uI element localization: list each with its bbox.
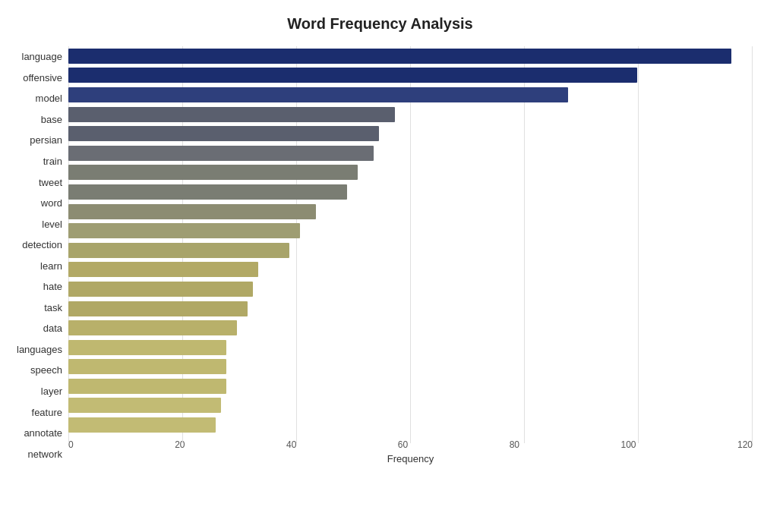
y-axis-label: persian [30,131,62,150]
bar [68,165,358,180]
bars-wrapper [68,46,753,435]
bar [68,417,216,433]
bar [68,204,316,219]
y-axis-label: hate [43,277,62,297]
bar [68,320,237,335]
x-axis-labels: 020406080100120 [68,439,753,450]
x-axis-tick: 80 [510,439,519,450]
bar-row [68,416,753,434]
y-axis-label: speech [30,360,62,380]
y-axis-label: offensive [23,68,62,87]
bar-row [68,47,753,65]
x-axis-tick: 120 [737,439,753,450]
bar [68,398,221,413]
y-axis-label: detection [22,235,62,255]
y-axis-label: model [36,89,62,109]
bar-row [68,124,753,143]
bar-row [68,144,753,162]
bar-row [68,396,753,414]
bar-row [68,183,753,201]
bar [68,126,379,141]
bar [68,340,226,355]
bar [68,87,568,102]
bar-row [68,338,753,357]
bar [68,301,248,316]
y-axis-label: learn [40,256,62,275]
bar-row [68,66,753,84]
y-axis-label: train [43,152,62,172]
y-axis-label: feature [32,402,62,422]
y-axis-label: layer [41,382,62,401]
bar-row [68,203,753,221]
bar-row [68,105,753,124]
chart-area: languageoffensivemodelbasepersiantraintw… [8,46,753,464]
y-axis-label: network [27,444,62,464]
x-axis-tick: 60 [398,439,408,450]
bar-row [68,300,753,318]
bar [68,107,395,122]
bar [68,49,731,64]
y-axis-label: base [41,109,62,129]
y-axis-label: languages [17,339,62,359]
bar [68,359,226,374]
bar [68,68,637,83]
bar [68,146,374,161]
bar-row [68,280,753,298]
bar [68,243,289,258]
bar [68,282,253,297]
chart-title: Word Frequency Analysis [8,15,753,33]
bar-row [68,357,753,376]
x-axis-tick: 40 [286,439,296,450]
bar-row [68,377,753,395]
x-axis-title: Frequency [68,453,753,464]
x-axis-tick: 0 [68,439,74,450]
y-axis-label: word [41,194,62,213]
x-axis-tick: 100 [620,439,636,450]
y-axis: languageoffensivemodelbasepersiantraintw… [8,46,68,464]
bar [68,379,226,394]
bar [68,262,258,277]
bar-row [68,163,753,181]
bar-row [68,86,753,104]
bar-row [68,319,753,337]
y-axis-label: data [43,319,62,338]
bar-row [68,222,753,240]
y-axis-label: language [22,47,63,67]
x-axis-tick: 20 [175,439,185,450]
y-axis-label: task [44,297,62,317]
bars-and-grid: 020406080100120 Frequency [68,46,753,464]
y-axis-label: annotate [24,423,62,443]
bar-row [68,260,753,279]
bar [68,223,300,238]
chart-container: Word Frequency Analysis languageoffensiv… [0,0,783,532]
y-axis-label: tweet [39,172,62,192]
bar [68,184,347,200]
y-axis-label: level [42,214,62,234]
bar-row [68,241,753,260]
